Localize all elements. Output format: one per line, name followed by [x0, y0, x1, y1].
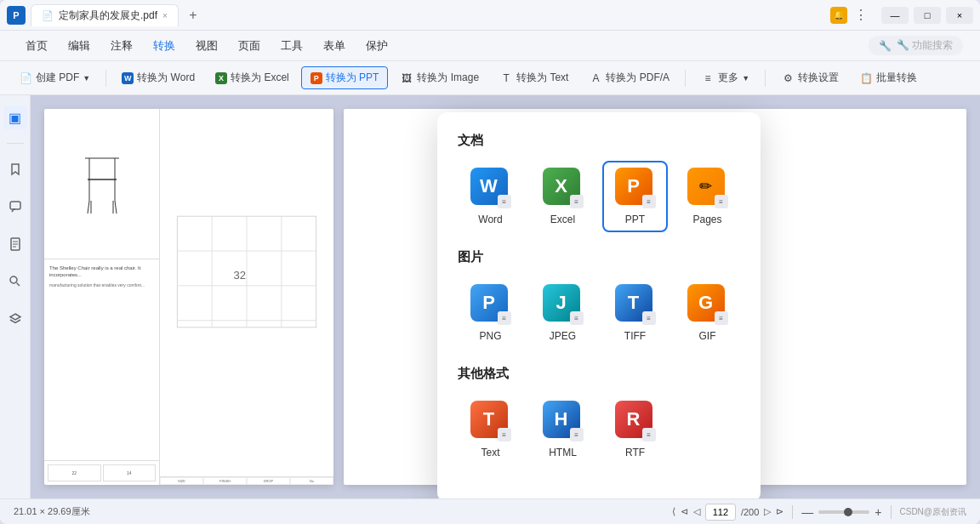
format-pages[interactable]: ✏ ≡ Pages	[675, 161, 740, 232]
zoom-out-btn[interactable]: —	[801, 505, 813, 519]
sidebar-search-btn[interactable]	[3, 270, 27, 293]
zoom-in-btn[interactable]: +	[875, 505, 881, 519]
menu-page[interactable]: 页面	[230, 35, 269, 57]
status-bar: 21.01 × 29.69厘米 ⟨ ⊲ ◁ /200 ▷ ⊳ — + CSDN@…	[0, 498, 980, 524]
dropdown-arrow: ▼	[83, 74, 90, 83]
format-png[interactable]: P ≡ PNG	[458, 277, 523, 349]
menu-bar: 首页 编辑 注释 转换 视图 页面 工具 表单 保护 🔧 🔧 功能搜索	[0, 31, 980, 61]
png-label: PNG	[479, 330, 501, 342]
main-window: P 📄 定制家具的发展史.pdf × + 🔔 ⋮ — □ × 首页 编辑 注释	[0, 0, 980, 524]
png-icon-wrapper: P ≡	[470, 284, 511, 325]
tab-add-btn[interactable]: +	[184, 6, 202, 25]
format-html[interactable]: H ≡ HTML	[530, 394, 595, 465]
format-word[interactable]: W ≡ Word	[458, 161, 523, 232]
to-ppt-btn[interactable]: P 转换为 PPT	[301, 66, 389, 89]
empty-slot	[675, 394, 740, 465]
nav-icon-left[interactable]: ⟨	[672, 506, 675, 517]
text-icon: T	[499, 71, 513, 85]
pdfa-icon: A	[589, 71, 602, 85]
zoom-slider[interactable]	[818, 510, 869, 514]
convert-settings-btn[interactable]: ⚙ 转换设置	[772, 67, 847, 88]
title-bar: P 📄 定制家具的发展史.pdf × + 🔔 ⋮ — □ ×	[0, 0, 980, 31]
sidebar-panels-btn[interactable]: ▣	[3, 105, 27, 129]
image-icon: 🖼	[400, 71, 413, 85]
format-text[interactable]: T ≡ Text	[458, 394, 523, 465]
svg-rect-0	[10, 202, 20, 209]
left-sidebar: ▣	[0, 95, 31, 498]
word-icon-wrapper: W ≡	[470, 168, 511, 208]
batch-icon: 📋	[859, 71, 873, 85]
svg-line-11	[88, 201, 89, 214]
pdf-tab[interactable]: 📄 定制家具的发展史.pdf ×	[31, 4, 179, 26]
nav-icon-next[interactable]: ▷	[764, 506, 771, 517]
jpeg-icon-corner: ≡	[570, 311, 584, 325]
format-excel[interactable]: X ≡ Excel	[530, 161, 595, 232]
doc-page-left[interactable]: The Shelley Chair really is a real chair…	[44, 109, 333, 485]
svg-text:32: 32	[234, 269, 247, 282]
to-text-btn[interactable]: T 转换为 Text	[491, 67, 577, 88]
svg-point-5	[10, 276, 17, 283]
settings-icon: ⚙	[781, 71, 795, 85]
more-btn[interactable]: ≡ 更多 ▼	[692, 67, 758, 88]
sidebar-bookmark-btn[interactable]	[3, 157, 27, 181]
excel-icon: X	[215, 72, 227, 84]
section-images-title: 图片	[458, 249, 740, 265]
gif-icon-corner: ≡	[715, 311, 728, 325]
nav-icon-prev[interactable]: ◁	[693, 506, 700, 517]
rtf-label: RTF	[625, 447, 645, 458]
jpeg-label: JPEG	[550, 330, 576, 342]
svg-line-12	[115, 201, 117, 214]
menu-protect[interactable]: 保护	[357, 35, 396, 57]
format-ppt[interactable]: P ≡ PPT	[602, 161, 668, 232]
format-jpeg[interactable]: J ≡ JPEG	[530, 277, 595, 349]
format-gif[interactable]: G ≡ GIF	[675, 277, 740, 349]
menu-edit[interactable]: 编辑	[60, 35, 99, 57]
format-tiff[interactable]: T ≡ TIFF	[602, 277, 668, 349]
create-pdf-btn[interactable]: 📄 创建 PDF ▼	[10, 67, 99, 88]
menu-tools[interactable]: 工具	[272, 35, 311, 57]
excel-icon-wrapper: X ≡	[543, 168, 584, 208]
ppt-label: PPT	[625, 214, 645, 225]
more-options-btn[interactable]: ⋮	[854, 7, 868, 23]
close-window-btn[interactable]: ×	[946, 7, 973, 24]
sidebar-page-btn[interactable]	[3, 232, 27, 256]
format-rtf[interactable]: R ≡ RTF	[602, 394, 668, 465]
sidebar-layers-btn[interactable]	[3, 307, 27, 331]
watermark-text: CSDN@原创资讯	[900, 506, 967, 518]
minimize-btn[interactable]: —	[881, 7, 909, 24]
documents-grid: W ≡ Word X ≡ Ex	[458, 161, 740, 232]
gif-icon-wrapper: G ≡	[687, 284, 728, 325]
to-word-btn[interactable]: W 转换为 Word	[113, 67, 203, 88]
rtf-icon-corner: ≡	[642, 428, 656, 441]
to-pdfa-btn[interactable]: A 转换为 PDF/A	[580, 67, 678, 88]
word-label: Word	[478, 214, 502, 225]
nav-icon-last[interactable]: ⊳	[776, 506, 783, 517]
function-search[interactable]: 🔧 🔧 功能搜索	[869, 36, 963, 55]
menu-home[interactable]: 首页	[17, 35, 56, 57]
batch-convert-btn[interactable]: 📋 批量转换	[851, 67, 926, 88]
doc-area: The Shelley Chair really is a real chair…	[31, 95, 980, 498]
text-label: Text	[481, 447, 499, 458]
menu-annotate[interactable]: 注释	[102, 35, 141, 57]
notification-icon[interactable]: 🔔	[830, 7, 847, 24]
format-selection-panel: 文档 W ≡ Word	[437, 112, 761, 498]
to-excel-btn[interactable]: X 转换为 Excel	[207, 67, 298, 88]
menu-form[interactable]: 表单	[315, 35, 354, 57]
ppt-icon: P	[311, 72, 322, 84]
tab-close-btn[interactable]: ×	[162, 11, 168, 20]
total-pages: /200	[741, 507, 759, 517]
to-image-btn[interactable]: 🖼 转换为 Image	[391, 67, 487, 88]
images-grid: P ≡ PNG J ≡ JPE	[458, 277, 740, 349]
title-bar-right: 🔔 ⋮ — □ ×	[830, 7, 973, 24]
html-icon-wrapper: H ≡	[543, 401, 584, 441]
svg-line-6	[16, 283, 20, 287]
html-icon-corner: ≡	[570, 428, 584, 441]
menu-view[interactable]: 视图	[187, 35, 226, 57]
nav-icon-first[interactable]: ⊲	[681, 506, 688, 517]
page-number-input[interactable]	[705, 504, 736, 521]
maximize-btn[interactable]: □	[914, 7, 941, 24]
sidebar-comment-btn[interactable]	[3, 195, 27, 219]
html-label: HTML	[549, 447, 577, 458]
app-icon: P	[7, 6, 26, 25]
menu-convert[interactable]: 转换	[145, 35, 184, 57]
